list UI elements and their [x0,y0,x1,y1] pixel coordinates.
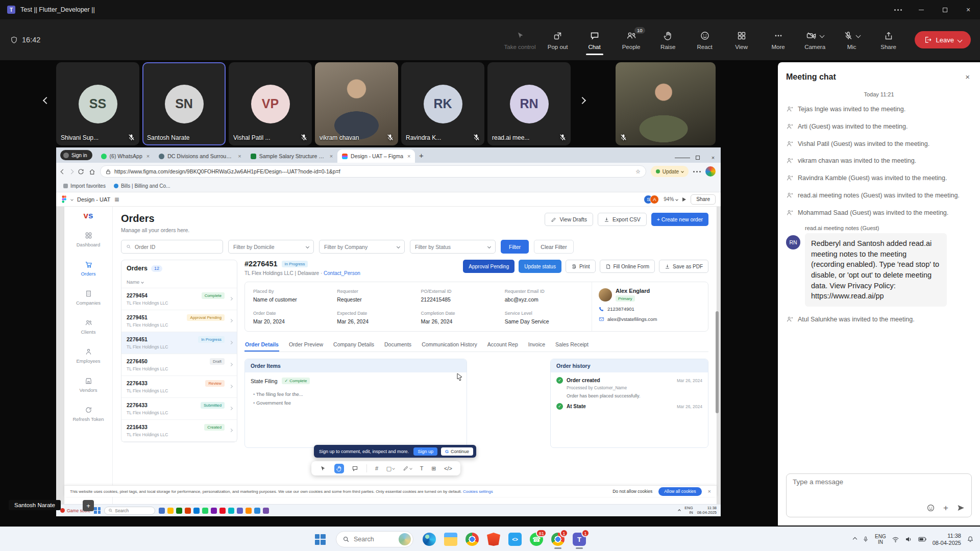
order-id-input[interactable] [135,244,218,250]
language-indicator[interactable]: ENGIN [684,506,693,515]
fill-online-form-button[interactable]: Fill Online Form [600,260,655,273]
order-row[interactable]: 2279454 TL Flex Holdings LLC Complete [121,288,237,310]
sidebar-item-vendors[interactable]: Vendors [64,370,112,399]
pop-out-button[interactable]: Pop out [541,27,575,53]
participant-tile[interactable]: SS Shivani Sup... [56,62,139,145]
signup-button[interactable]: Sign up [413,447,437,456]
taskbar-app[interactable] [167,508,174,514]
refresh-icon[interactable] [78,168,84,175]
forward-icon[interactable] [69,170,73,173]
move-tool-icon[interactable] [320,465,326,472]
save-as-pdf-button[interactable]: Save as PDF [659,260,708,273]
chat-message-input[interactable] [793,478,965,486]
deny-cookies-button[interactable]: Do not allow cookies [612,489,652,494]
sidebar-item-refresh-token[interactable]: Refresh Token [64,399,112,429]
order-row[interactable]: 2276450 TL Flex Holdings LLC Draft [121,354,237,376]
export-csv-button[interactable]: Export CSV [598,213,647,226]
tab-close-icon[interactable]: × [407,153,410,159]
cookie-close-icon[interactable]: × [708,488,711,494]
browser-tab[interactable]: Sample Salary Structure with calc × [246,149,337,163]
dev-mode-icon[interactable]: </> [444,465,452,471]
pen-tool-icon[interactable] [403,465,412,471]
maximize-button[interactable] [933,0,957,19]
order-row[interactable]: 2276451 TL Flex Holdings LLC In Progress [121,332,237,354]
sidebar-item-companies[interactable]: Companies [64,283,112,312]
taskbar-app[interactable] [246,508,252,514]
close-button[interactable]: × [957,0,980,19]
take-control-button[interactable]: Take control [502,27,538,53]
participant-tile[interactable]: RK Ravindra K... [401,62,484,145]
taskbar-app[interactable] [202,508,208,514]
tray-chevron-icon[interactable] [678,509,681,512]
camera-chevron-icon[interactable] [820,33,825,38]
tab-close-icon[interactable]: × [238,153,241,159]
google-continue-button[interactable]: GContinue [441,447,473,456]
order-detail-tab[interactable]: Order Details [244,338,279,352]
minimize-button[interactable] [910,0,933,19]
leave-button[interactable]: Leave [915,31,971,48]
react-button[interactable]: React [688,27,722,53]
collaborator-avatar[interactable]: A [650,195,659,204]
sidebar-item-dashboard[interactable]: Dashboard [64,225,112,254]
language-indicator[interactable]: ENGIN [875,534,886,545]
strip-previous-button[interactable] [40,92,53,109]
order-row[interactable]: 2276433 TL Flex Holdings LLC Review [121,376,237,398]
battery-icon[interactable] [918,536,927,542]
browser-tab[interactable]: (6) WhatsApp × [96,149,155,163]
update-status-button[interactable]: Update status [519,260,561,273]
mic-button[interactable]: Mic [835,27,869,53]
taskbar-app[interactable] [419,529,440,550]
order-detail-tab[interactable]: Account Rep [487,338,519,352]
taskbar-app[interactable] [228,508,234,514]
browser-tab[interactable]: DC Divisions and Surroundings × [154,149,246,163]
order-detail-tab[interactable]: Invoice [528,338,546,352]
notification-bell-icon[interactable] [967,536,974,543]
figma-share-button[interactable]: Share [691,194,716,205]
taskbar-app[interactable] [461,529,483,550]
attach-plus-icon[interactable]: + [943,504,948,512]
browser-update-button[interactable]: Update [651,166,689,177]
wifi-icon[interactable] [892,536,899,543]
cookies-settings-link[interactable]: Cookies settings [463,489,493,494]
allow-cookies-button[interactable]: Allow all cookies [658,487,701,496]
tray-chevron-icon[interactable] [853,537,857,541]
comment-tool-icon[interactable] [352,465,358,472]
taskbar-search[interactable]: Search [104,507,155,515]
taskbar-app[interactable] [185,508,191,514]
browser-menu-icon[interactable] [693,171,701,172]
mic-chevron-icon[interactable] [856,33,861,38]
participant-tile[interactable]: vikram chavan [315,62,398,145]
people-button[interactable]: People 10 [615,27,648,53]
taskbar-app[interactable]: 1 [547,529,569,550]
pin-share-button[interactable]: + [83,500,94,511]
taskbar-app[interactable] [440,529,461,550]
new-tab-button[interactable]: + [415,151,427,160]
start-button[interactable] [309,529,331,550]
browser-close-button[interactable]: × [705,155,721,161]
shape-tool-icon[interactable]: ▢ [386,465,395,472]
raise-hand-button[interactable]: Raise [651,27,685,53]
favorite-item[interactable]: Bills | Billing and Co... [114,183,170,189]
order-detail-tab[interactable]: Sales Receipt [555,338,589,352]
order-id-search-field[interactable] [121,240,223,254]
contact-person-link[interactable]: Contact_Person [324,270,360,276]
orders-column-header[interactable]: Name [121,277,237,288]
emoji-icon[interactable] [926,504,935,512]
taskbar-app[interactable] [211,508,217,514]
print-button[interactable]: Print [566,260,596,273]
view-drafts-button[interactable]: View Drafts [545,213,593,226]
strip-next-button[interactable] [576,92,589,109]
filter-company-select[interactable]: Filter by Company [319,240,405,254]
taskbar-app[interactable] [254,508,260,514]
start-button[interactable] [94,507,101,514]
home-icon[interactable] [89,168,95,175]
sidebar-item-clients[interactable]: Clients [64,312,112,341]
taskbar-app[interactable]: <> [504,529,526,550]
text-tool-icon[interactable]: T [420,465,424,471]
titlebar-more-icon[interactable] [886,0,910,19]
taskbar-app[interactable] [237,508,243,514]
present-icon[interactable] [682,197,686,202]
order-row[interactable]: 2279451 TL Flex Holdings LLC Approval Pe… [121,310,237,332]
figma-menu-chevron-icon[interactable] [70,198,74,201]
chat-close-icon[interactable]: × [963,71,972,82]
